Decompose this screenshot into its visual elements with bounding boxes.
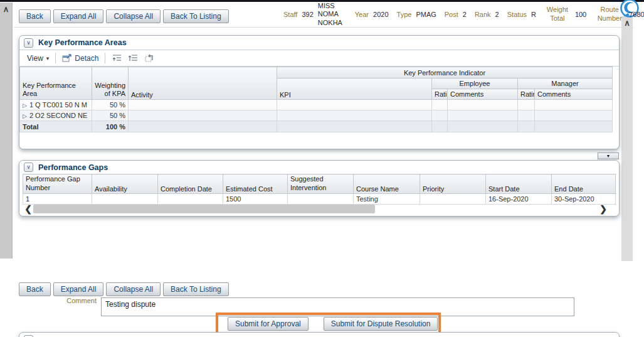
scroll-right-icon[interactable]: ❯ (598, 205, 608, 213)
column-header-kpa: Key Performance Area (20, 67, 92, 100)
tree-actions (112, 53, 155, 63)
completion-date-cell (158, 193, 223, 204)
back-to-listing-button[interactable]: Back To Listing (163, 9, 229, 23)
kpa-emp-rating-cell (432, 100, 448, 110)
gap-number-cell: 1 (23, 193, 92, 204)
kpa-mgr-comments-cell (535, 110, 613, 121)
kpa-panel: ∨ Key Performance Areas View ▾ Detach (19, 35, 620, 149)
rank-value: 2 (495, 11, 499, 18)
scroll-up-icon[interactable]: ∧ (0, 3, 12, 16)
triangle-down-icon: ▼ (606, 154, 611, 158)
route-details-panel: ∨ Route Details (19, 332, 620, 337)
kpa-area-cell: ▷1 Q TC001 50 N M (20, 100, 92, 110)
expand-row-icon[interactable]: ▷ (23, 113, 27, 119)
view-menu-button[interactable]: View ▾ (27, 54, 49, 63)
type-field: Type PMAG (397, 11, 436, 18)
kpa-table: Key Performance Area Weighting of KPA Ac… (19, 67, 613, 132)
availability-cell (92, 193, 158, 204)
right-scrollbar[interactable]: ∧ (621, 16, 633, 261)
chevron-down-icon: ▾ (46, 55, 50, 62)
column-header-course-name: Course Name (354, 174, 420, 194)
kpa-total-row: Total 100 % (20, 121, 613, 132)
column-header-start-date: Start Date (486, 174, 552, 194)
go-up-icon[interactable] (128, 53, 139, 63)
top-toolbar: Back Expand All Collapse All Back To Lis… (19, 9, 229, 23)
priority-cell (420, 193, 486, 204)
staff-field: Staff 392 MISS NOMA NOKHA (283, 2, 347, 27)
staff-name: MISS NOMA NOKHA (318, 2, 347, 27)
expand-row-icon[interactable]: ▷ (23, 102, 27, 109)
rank-label: Rank (475, 11, 491, 18)
horizontal-scrollbar: ❮ ❯ (23, 204, 608, 214)
left-scrollbar[interactable]: ∧ (0, 3, 13, 259)
column-header-end-date: End Date (552, 174, 616, 194)
column-header-employee-comments: Comments (448, 89, 518, 100)
kpa-kpi-cell (277, 110, 432, 121)
scrollbar-track[interactable] (33, 205, 598, 213)
submit-for-approval-button[interactable]: Submit for Approval (228, 317, 309, 331)
scroll-to-first-icon[interactable] (112, 53, 122, 63)
back-button[interactable]: Back (19, 9, 51, 23)
year-value: 2020 (373, 11, 388, 18)
kpa-table-row: ▷2 O2 SECOND NE 50 % (20, 110, 613, 121)
scrollbar-thumb[interactable] (33, 205, 375, 213)
course-name-cell: Testing (354, 193, 420, 204)
column-header-manager-comments: Comments (535, 89, 613, 100)
weight-total-label: Weight Total (544, 6, 571, 23)
kpa-weighting-cell: 50 % (92, 100, 129, 110)
kpa-weighting-cell: 50 % (92, 110, 129, 121)
post-label: Post (445, 11, 458, 18)
go-to-top-icon[interactable] (144, 53, 155, 63)
post-value: 2 (463, 11, 467, 18)
column-group-kpi: Key Performance Indicator (277, 67, 613, 78)
collapse-section-icon[interactable]: ∨ (24, 38, 33, 48)
submit-actions: Submit for Approval Submit for Dispute R… (228, 317, 438, 331)
year-field: Year 2020 (355, 11, 389, 18)
post-field: Post 2 (445, 11, 467, 18)
status-label: Status (507, 11, 527, 18)
collapse-section-icon[interactable]: ∨ (24, 163, 33, 172)
rank-field: Rank 2 (475, 11, 499, 18)
total-label-cell: Total (20, 121, 92, 132)
kpa-mgr-rating-cell (518, 110, 535, 121)
gaps-table: Performance Gap Number Availability Comp… (23, 174, 616, 205)
kpa-emp-rating-cell (432, 110, 448, 121)
column-group-manager: Manager (518, 78, 613, 89)
weight-total-value: 100 (575, 11, 586, 18)
toolbar-separator (55, 53, 56, 63)
column-header-availability: Availability (92, 174, 158, 194)
submit-for-dispute-resolution-button[interactable]: Submit for Dispute Resolution (324, 317, 438, 331)
expand-all-button[interactable]: Expand All (53, 9, 104, 23)
collapse-all-button[interactable]: Collapse All (106, 282, 161, 296)
staff-value: 392 (302, 11, 313, 18)
end-date-cell: 30-Sep-2020 (552, 193, 616, 204)
scroll-left-icon[interactable]: ❮ (23, 205, 33, 213)
kpa-panel-header: ∨ Key Performance Areas (19, 36, 619, 50)
kpa-area-cell: ▷2 O2 SECOND NE (20, 110, 92, 121)
back-to-listing-button[interactable]: Back To Listing (163, 282, 229, 296)
bottom-toolbar: Back Expand All Collapse All Back To Lis… (19, 282, 229, 296)
detach-button[interactable]: Detach (62, 53, 98, 63)
comment-input[interactable]: Testing dispute (101, 297, 574, 316)
kpa-table-toolbar: View ▾ Detach (19, 50, 619, 67)
route-panel-header: ∨ Route Details (19, 333, 619, 337)
column-header-weighting: Weighting of KPA (92, 67, 129, 100)
total-weighting-cell: 100 % (92, 121, 129, 132)
status-value: R (531, 11, 536, 18)
column-header-activity: Activity (129, 67, 277, 100)
kpa-emp-comments-cell (448, 110, 518, 121)
collapse-all-button[interactable]: Collapse All (106, 9, 161, 23)
kpa-section-title: Key Performance Areas (38, 38, 127, 47)
kpa-scroll-down-button[interactable]: ▼ (598, 152, 619, 159)
weight-total-field: Weight Total 100 (544, 6, 586, 23)
column-group-employee: Employee (432, 78, 518, 89)
detach-label: Detach (75, 54, 98, 63)
back-button[interactable]: Back (19, 282, 51, 296)
column-header-employee-rating: Ratin (432, 89, 448, 100)
expand-all-button[interactable]: Expand All (53, 282, 104, 296)
view-menu-label: View (27, 54, 43, 63)
kpa-table-row: ▷1 Q TC001 50 N M 50 % (20, 100, 613, 110)
route-number-field: Route Number 768059 (594, 6, 644, 23)
start-date-cell: 16-Sep-2020 (486, 193, 552, 204)
column-header-priority: Priority (420, 174, 486, 194)
